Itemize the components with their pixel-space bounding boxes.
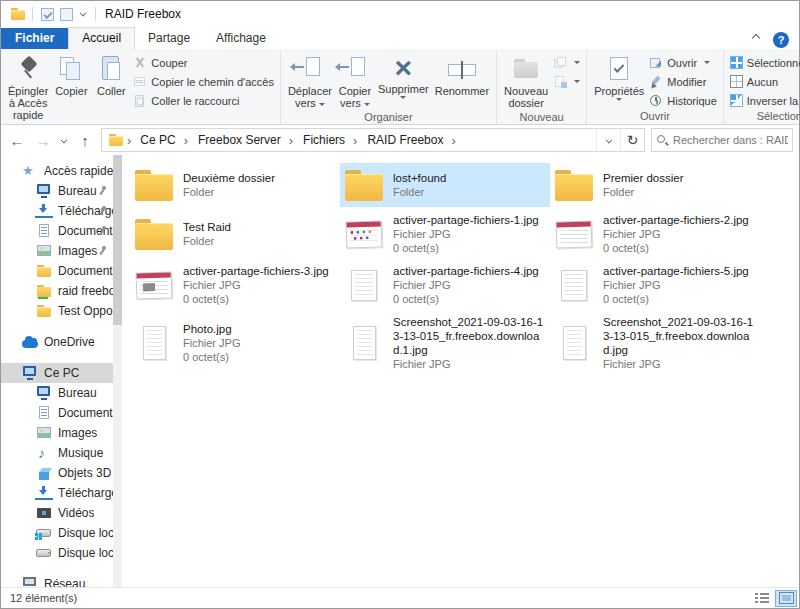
invert-selection-button[interactable]: Inverser la sélection [728,92,800,109]
up-button[interactable]: ↑ [73,129,97,151]
file-tile[interactable]: activer-partage-fichiers-3.jpg Fichier J… [130,261,340,309]
paste-button[interactable]: Coller [91,52,131,99]
edit-button[interactable]: Modifier [647,73,719,90]
sidebar-item[interactable]: raid freebox [1,281,113,301]
file-tile[interactable]: activer-partage-fichiers-5.jpg Fichier J… [550,261,760,309]
file-tile[interactable]: Screenshot_2021-09-03-16-13-13-015_fr.fr… [340,312,550,374]
file-icon [556,220,593,248]
sidebar-item[interactable]: Images [1,241,113,261]
new-folder-button[interactable]: Nouveau dossier [501,52,551,111]
sidebar-item[interactable]: Test Oppo Ren [1,301,113,321]
qat-new-folder-icon[interactable] [60,8,73,21]
file-tile[interactable]: activer-partage-fichiers-2.jpg Fichier J… [550,210,760,258]
location-folder-icon [107,133,125,147]
thumbnails-view-button[interactable] [775,590,797,607]
copy-path-button[interactable]: Copier le chemin d'accès [131,73,276,90]
sidebar-item[interactable]: Télécharger [1,201,113,221]
tab-accueil[interactable]: Accueil [68,27,135,49]
select-none-button[interactable]: Aucun [728,73,800,90]
breadcrumb-bar[interactable]: › Ce PC › Freebox Server › Fichiers [101,128,645,152]
forward-button[interactable]: → [31,129,55,151]
file-tile[interactable]: Deuxième dossier Folder [130,163,340,207]
file-tile[interactable]: Photo.jpg Fichier JPG 0 octet(s) [130,312,340,374]
sidebar-item[interactable]: Téléchargemer [1,483,113,503]
maximize-button[interactable] [709,1,754,27]
close-button[interactable] [754,1,799,27]
file-type: Folder [393,185,546,199]
file-tile[interactable]: lost+found Folder [340,163,550,207]
dropdown-arrow-icon [574,80,580,83]
properties-button[interactable]: Propriétés [591,52,647,103]
file-tile[interactable]: Screenshot_2021-09-03-16-13-13-015_fr.fr… [550,312,760,374]
qat-properties-icon[interactable] [41,8,54,21]
file-type: Folder [183,234,336,248]
file-tile[interactable]: activer-partage-fichiers-4.jpg Fichier J… [340,261,550,309]
new-item-button[interactable] [551,54,582,71]
refresh-button[interactable]: ↻ [620,129,644,151]
sidebar-item[interactable]: Images [1,423,113,443]
file-icon [345,170,383,201]
file-tile[interactable]: activer-partage-fichiers-1.jpg Fichier J… [340,210,550,258]
breadcrumb-item[interactable]: RAID Freebox › [360,129,458,151]
easy-access-button[interactable] [551,73,582,90]
rename-button[interactable]: Renommer [432,52,492,99]
tab-partage[interactable]: Partage [135,28,203,49]
collapse-ribbon-button[interactable] [745,31,767,49]
sidebar-item[interactable]: Documents [1,221,113,241]
search-box[interactable] [651,128,793,152]
file-icon [351,270,377,301]
file-tile[interactable]: Test Raid Folder [130,210,340,258]
scrollbar-thumb[interactable] [113,155,122,325]
sidebar-item[interactable]: OneDrive [1,332,113,352]
file-name: Screenshot_2021-09-03-16-13-13-015_fr.fr… [603,315,756,357]
copy-to-button[interactable]: Copier vers [335,52,375,111]
group-label-new: Nouveau [499,111,584,125]
help-button[interactable]: ? [773,32,789,48]
sidebar-item-icon [35,446,53,460]
sidebar-item-label: Objets 3D [58,466,111,480]
sidebar-item[interactable]: Documents [1,403,113,423]
item-count: 12 élément(s) [10,592,77,604]
breadcrumb-item[interactable]: Ce PC › [133,129,191,151]
cut-button[interactable]: Couper [131,54,276,71]
sidebar-item[interactable]: Réseau [1,574,113,587]
qat-customize-chevron-icon[interactable] [80,10,87,17]
invert-selection-icon [730,94,743,107]
breadcrumb-item[interactable]: Fichiers › [296,129,360,151]
sidebar-item[interactable]: Musique [1,443,113,463]
back-button[interactable]: ← [5,129,29,151]
sidebar-item[interactable]: Ce PC [1,363,113,383]
history-button[interactable]: Historique [647,92,719,109]
tab-fichier[interactable]: Fichier [1,28,68,49]
delete-button[interactable]: × Supprimer [375,52,432,101]
sidebar-item-icon [35,204,53,218]
minimize-button[interactable] [664,1,709,27]
pin-to-quick-access-button[interactable]: Épingler à Accès rapide [5,52,51,123]
sidebar-item[interactable]: Disque local (C [1,523,113,543]
recent-locations-button[interactable] [57,129,71,151]
sidebar-item-label: Documents [58,264,113,278]
copy-button[interactable]: Copier [51,52,91,99]
open-button[interactable]: Ouvrir [647,54,719,71]
breadcrumb-item[interactable]: Freebox Server › [191,129,296,151]
sidebar-item[interactable]: Bureau [1,181,113,201]
button-label: Renommer [435,85,489,97]
tab-affichage[interactable]: Affichage [203,28,279,49]
address-history-button[interactable] [596,129,620,151]
sidebar-item[interactable]: Accès rapide [1,161,113,181]
window-controls [664,1,799,27]
sidebar-item[interactable]: Vidéos [1,503,113,523]
select-all-button[interactable]: Sélectionner tout [728,54,800,71]
file-tile[interactable]: Premier dossier Folder [550,163,760,207]
sidebar-scrollbar[interactable] [113,155,122,587]
paste-shortcut-button[interactable]: Coller le raccourci [131,92,276,109]
file-type: Fichier JPG [603,278,756,292]
move-to-button[interactable]: Déplacer vers [285,52,335,111]
details-view-button[interactable] [751,590,773,607]
ribbon-group-organize: Déplacer vers Copier vers × Supprimer Re… [281,51,497,124]
sidebar-item[interactable]: Objets 3D [1,463,113,483]
search-input[interactable] [673,134,788,146]
sidebar-item[interactable]: Bureau [1,383,113,403]
sidebar-item[interactable]: Disque local (D [1,543,113,563]
sidebar-item[interactable]: Documents [1,261,113,281]
